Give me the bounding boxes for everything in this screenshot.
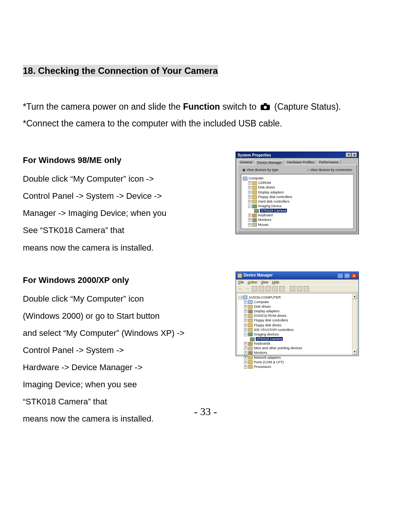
tree-item[interactable]: Keyboards	[254, 342, 270, 345]
tree-item[interactable]: Monitors	[258, 218, 271, 222]
toolbar-button[interactable]	[279, 286, 285, 291]
tree-imaging[interactable]: Imaging Device	[258, 204, 282, 208]
xp-titlebar: Device Manager _ □ x	[236, 272, 358, 280]
scroll-down-icon[interactable]: ▾	[352, 349, 357, 355]
win98-titlebar: System Properties ? x	[236, 152, 358, 158]
menu-action[interactable]: Action	[248, 280, 257, 284]
tree-item[interactable]: IDE ATA/ATAPI controllers	[254, 328, 293, 332]
section-winxp: For Windows 2000/XP only Double click “M…	[23, 272, 388, 428]
tree-item[interactable]: Display adapters	[258, 190, 284, 194]
tree-item[interactable]: Mouse	[258, 223, 268, 227]
svg-point-2	[264, 106, 267, 109]
tree-item[interactable]: Network adapters	[254, 356, 281, 359]
tree-item[interactable]: CDROM	[258, 181, 271, 185]
radio-by-connection[interactable]: View devices by connection	[307, 168, 352, 172]
tab-performance[interactable]: Performance	[317, 160, 341, 165]
back-icon[interactable]: ←	[238, 286, 244, 291]
intro-line-1: *Turn the camera power on and slide the …	[23, 100, 388, 114]
section-heading: 18. Checking the Connection of Your Came…	[23, 65, 218, 77]
camera-icon	[260, 101, 270, 115]
tree-item[interactable]: Hard disk controllers	[258, 200, 289, 203]
win98-title: System Properties	[237, 153, 271, 157]
win98-window: System Properties ? x General Device Man…	[236, 152, 359, 234]
maximize-icon[interactable]: □	[344, 273, 350, 278]
radio-by-type[interactable]: View devices by type	[242, 168, 278, 172]
tree-item[interactable]: Keyboard	[258, 213, 273, 217]
tree-item[interactable]: DVD/CD-ROM drives	[254, 314, 286, 318]
toolbar-button[interactable]	[252, 286, 257, 291]
forward-icon[interactable]: →	[245, 286, 250, 291]
win98-text: For Windows 98/ME only Double click “My …	[23, 152, 213, 256]
tree-selected-camera[interactable]: STK018 Camera	[260, 209, 287, 212]
scrollbar[interactable]: ▴ ▾	[352, 294, 357, 355]
menu-view[interactable]: View	[261, 280, 268, 284]
toolbar-button[interactable]	[304, 286, 309, 291]
close-icon[interactable]: x	[352, 153, 357, 157]
tree-item[interactable]: Disk drives	[258, 185, 275, 189]
intro-1b: switch to	[220, 102, 259, 112]
win98-tree[interactable]: Computer +CDROM +Disk drives +Display ad…	[241, 174, 354, 229]
intro-1c: (Capture Status).	[274, 102, 341, 112]
tree-imaging[interactable]: Imaging devices	[254, 332, 279, 336]
toolbar-button[interactable]	[266, 286, 271, 291]
menu-help[interactable]: Help	[272, 280, 279, 284]
computer-icon	[243, 296, 247, 299]
tree-item[interactable]: Ports (COM & LPT)	[254, 360, 284, 364]
tree-item[interactable]: Computer	[254, 300, 269, 304]
imaging-icon	[252, 204, 257, 208]
xp-window: Device Manager _ □ x File Action View He…	[236, 272, 359, 356]
win98-screenshot: System Properties ? x General Device Man…	[236, 152, 388, 234]
svg-rect-1	[264, 103, 267, 105]
computer-icon	[243, 177, 247, 181]
close-icon[interactable]: x	[351, 273, 357, 278]
xp-text: For Windows 2000/XP only Double click “M…	[23, 272, 213, 428]
xp-tree[interactable]: −JASON-COMPUTER +Computer +Disk drives +…	[237, 293, 358, 355]
tree-item[interactable]: Display adapters	[254, 309, 279, 313]
win98-panel: View devices by type View devices by con…	[237, 165, 357, 232]
toolbar-button[interactable]	[259, 286, 264, 291]
tab-hardware-profiles[interactable]: Hardware Profiles	[285, 160, 317, 165]
tree-root: JASON-COMPUTER	[249, 296, 281, 299]
tab-general[interactable]: General	[237, 160, 254, 165]
win98-body: Double click “My Computer” icon -> Contr…	[23, 170, 213, 256]
toolbar-button[interactable]	[297, 286, 302, 291]
tree-item[interactable]: Mice and other pointing devices	[254, 346, 302, 350]
tree-item[interactable]: Floppy disk controllers	[254, 318, 288, 322]
tree-item[interactable]: Monitors	[254, 351, 267, 355]
scroll-up-icon[interactable]: ▴	[352, 294, 357, 299]
tree-item[interactable]: Floppy disk drives	[254, 323, 281, 327]
xp-menubar: File Action View Help	[236, 280, 358, 285]
toolbar-button[interactable]	[290, 286, 295, 291]
xp-toolbar: ← →	[236, 285, 358, 292]
xp-title: Device Manager	[244, 273, 272, 277]
toolbar-button[interactable]	[272, 286, 278, 291]
intro-1-bold: Function	[183, 102, 220, 112]
win98-tabs: General Device Manager Hardware Profiles…	[236, 158, 358, 165]
tree-item[interactable]: Processors	[254, 365, 271, 369]
section-win98: For Windows 98/ME only Double click “My …	[23, 152, 388, 256]
xp-subhead: For Windows 2000/XP only	[23, 272, 213, 289]
tab-device-manager[interactable]: Device Manager	[255, 160, 284, 165]
win98-subhead: For Windows 98/ME only	[23, 152, 213, 169]
minimize-icon[interactable]: _	[337, 273, 343, 278]
device-manager-icon	[237, 273, 242, 278]
page-number: - 33 -	[0, 406, 411, 418]
tree-item[interactable]: Disk drives	[254, 305, 271, 308]
imaging-icon	[248, 332, 253, 336]
intro-block: *Turn the camera power on and slide the …	[23, 100, 388, 131]
menu-file[interactable]: File	[238, 280, 244, 284]
help-icon[interactable]: ?	[346, 153, 351, 157]
xp-screenshot: Device Manager _ □ x File Action View He…	[236, 272, 388, 356]
tree-item[interactable]: Floppy disk controllers	[258, 195, 292, 199]
tree-root: Computer	[249, 176, 264, 180]
tree-selected-camera[interactable]: STK018 Camera	[256, 337, 283, 341]
intro-line-2: *Connect the camera to the computer with…	[23, 117, 388, 131]
intro-1a: *Turn the camera power on and slide the	[23, 102, 183, 112]
